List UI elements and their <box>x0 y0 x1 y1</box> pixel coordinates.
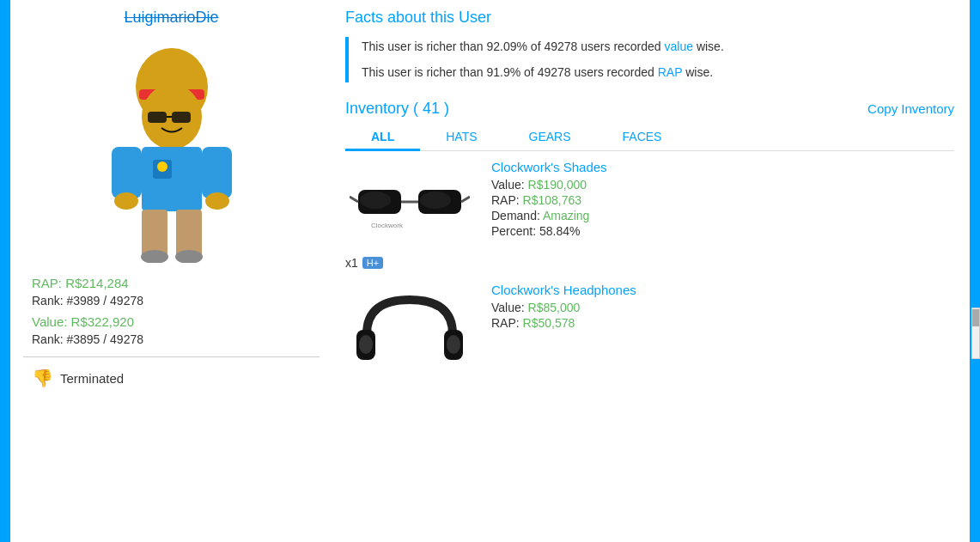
tab-all[interactable]: ALL <box>345 125 420 151</box>
terminated-icon: 👎 <box>32 368 53 388</box>
item-badge: H+ <box>362 257 383 269</box>
svg-rect-14 <box>176 210 202 257</box>
facts-section: Facts about this User This user is riche… <box>345 9 954 82</box>
rap-stat: RAP: R$214,284 <box>32 276 320 290</box>
item-image-headphones <box>345 283 474 377</box>
item-demand: Demand: Amazing <box>491 209 954 222</box>
svg-point-23 <box>420 192 451 209</box>
item-value: Value: R$190,000 <box>491 178 954 192</box>
terminated-text: Terminated <box>60 371 124 386</box>
svg-text:Clockwork: Clockwork <box>371 222 404 229</box>
svg-rect-9 <box>112 147 142 198</box>
svg-line-21 <box>461 197 470 202</box>
svg-rect-13 <box>142 210 167 257</box>
item-image-wrapper <box>345 283 483 377</box>
copy-inventory-button[interactable]: Copy Inventory <box>867 101 954 116</box>
username-link[interactable]: LuigimarioDie <box>124 9 218 27</box>
item-image-shades: Clockwork <box>345 160 474 254</box>
tabs-row: ALL HATS GEARS FACES <box>345 125 954 151</box>
item-details-shades: Clockwork's Shades Value: R$190,000 RAP:… <box>491 160 954 240</box>
fact2: This user is richer than 91.9% of 49278 … <box>362 63 954 82</box>
item-name[interactable]: Clockwork's Shades <box>491 160 954 174</box>
rank2-stat: Rank: #3895 / 49278 <box>32 332 320 346</box>
svg-rect-10 <box>202 147 232 198</box>
value-link[interactable]: value <box>665 40 693 53</box>
svg-point-11 <box>114 192 138 210</box>
item-name[interactable]: Clockwork's Headphones <box>491 283 954 297</box>
terminated-area: 👎 Terminated <box>23 368 320 388</box>
rap-link[interactable]: RAP <box>658 65 683 79</box>
svg-rect-6 <box>142 147 202 211</box>
item-image-wrapper: Clockwork x1 H+ <box>345 160 483 270</box>
inventory-title: Inventory ( 41 ) <box>345 100 449 118</box>
item-rap: RAP: R$50,578 <box>491 316 954 330</box>
rank-stat: Rank: #3989 / 49278 <box>32 294 320 308</box>
svg-rect-4 <box>172 112 191 123</box>
item-quantity-row: x1 H+ <box>345 256 383 270</box>
scrollbar-thumb[interactable] <box>972 309 979 326</box>
svg-point-8 <box>157 161 167 172</box>
item-value: Value: R$85,000 <box>491 301 954 314</box>
value-stat: Value: R$322,920 <box>32 314 320 329</box>
svg-rect-3 <box>148 112 167 123</box>
right-border <box>970 0 980 542</box>
tab-faces[interactable]: FACES <box>597 125 688 150</box>
divider <box>23 356 320 357</box>
avatar <box>77 35 266 267</box>
tab-hats[interactable]: HATS <box>420 125 502 150</box>
list-item: Clockwork x1 H+ Clockwork's Shades Value… <box>345 160 954 270</box>
inventory-header: Inventory ( 41 ) Copy Inventory <box>345 100 954 118</box>
fact1: This user is richer than 92.09% of 49278… <box>362 37 954 56</box>
inventory-list: Clockwork x1 H+ Clockwork's Shades Value… <box>345 160 954 409</box>
svg-line-20 <box>350 197 358 202</box>
item-qty: x1 <box>345 256 358 270</box>
svg-point-12 <box>205 192 229 210</box>
scrollbar-track[interactable] <box>971 308 980 359</box>
item-rap: RAP: R$108,763 <box>491 193 954 207</box>
list-item: Clockwork's Headphones Value: R$85,000 R… <box>345 283 954 377</box>
tab-gears[interactable]: GEARS <box>503 125 597 150</box>
svg-point-22 <box>360 192 391 209</box>
svg-point-28 <box>447 335 460 354</box>
stats-area: RAP: R$214,284 Rank: #3989 / 49278 Value… <box>23 276 320 346</box>
svg-point-27 <box>359 335 373 354</box>
item-details-headphones: Clockwork's Headphones Value: R$85,000 R… <box>491 283 954 332</box>
facts-title: Facts about this User <box>345 9 954 27</box>
item-percent: Percent: 58.84% <box>491 224 954 238</box>
